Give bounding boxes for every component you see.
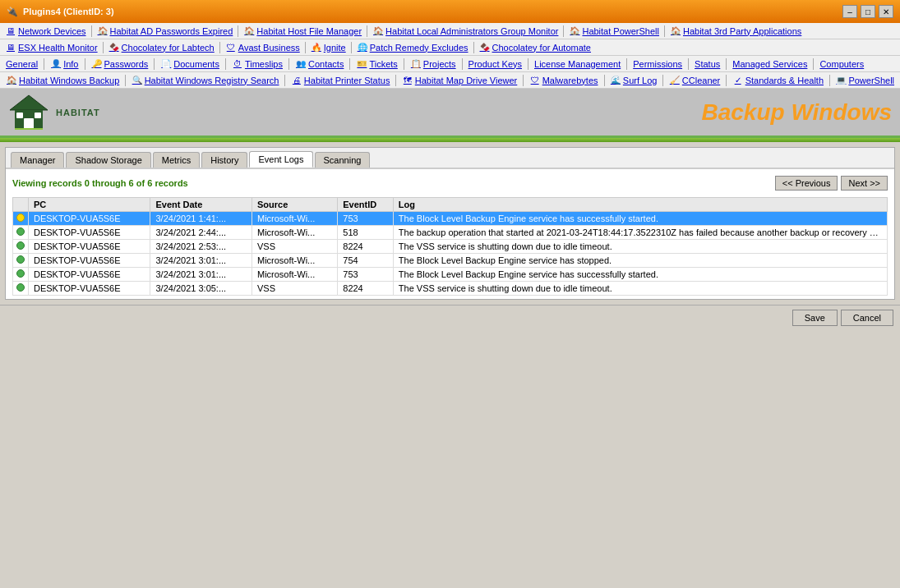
tab-history[interactable]: History (201, 152, 247, 168)
event-id-cell: 8224 (338, 282, 394, 296)
table-row[interactable]: DESKTOP-VUA5S6E 3/24/2021 2:53:... VSS 8… (13, 240, 888, 254)
projects-icon: 📋 (410, 58, 422, 70)
col-event-date: Event Date (150, 198, 252, 212)
col-source: Source (252, 198, 337, 212)
source-cell: Microsoft-Wi... (252, 226, 337, 240)
toolbar-avast[interactable]: 🛡 Avast Business (222, 41, 303, 54)
col-pc: PC (29, 198, 150, 212)
next-button[interactable]: Next >> (841, 176, 888, 191)
nav-general[interactable]: General (2, 58, 42, 70)
ccleaner-icon: 🧹 (669, 75, 681, 86)
monitor-icon: 🖥 (5, 25, 16, 37)
nav-malwarebytes[interactable]: 🛡 Malwarebytes (525, 74, 602, 87)
event-date-cell: 3/24/2021 3:05:... (150, 282, 252, 296)
minimize-button[interactable]: – (842, 5, 857, 18)
tab-manager[interactable]: Manager (11, 152, 64, 168)
toolbar-chocolatey-labtech[interactable]: 🍫 Chocolatey for Labtech (105, 41, 218, 54)
contacts-icon: 👥 (295, 58, 307, 70)
nav-habitat-registry[interactable]: 🔍 Habitat Windows Registry Search (127, 74, 284, 87)
toolbar-habitat-3rdparty[interactable]: 🏠 Habitat 3rd Party Applications (667, 25, 805, 38)
timeslips-icon: ⏱ (232, 58, 243, 70)
toolbar-habitat-powershell[interactable]: 🏠 Habitat PowerShell (565, 25, 662, 38)
pc-cell: DESKTOP-VUA5S6E (29, 282, 150, 296)
pc-cell: DESKTOP-VUA5S6E (29, 254, 150, 268)
nav-habitat-printer[interactable]: 🖨 Habitat Printer Status (287, 74, 395, 87)
standards-icon: ✓ (732, 75, 744, 86)
nav-permissions[interactable]: Permissions (629, 58, 686, 70)
svg-rect-5 (15, 128, 43, 130)
maximize-button[interactable]: □ (861, 5, 875, 18)
status-cell (13, 254, 29, 268)
toolbar-habitat-ad-passwords[interactable]: 🏠 Habitat AD Passwords Expired (94, 25, 237, 38)
tab-event-logs[interactable]: Event Logs (249, 151, 312, 168)
pc-cell: DESKTOP-VUA5S6E (29, 226, 150, 240)
event-logs-table: PC Event Date Source EventID Log DESKTOP… (12, 197, 888, 296)
toolbar-row-1: 🖥 Network Devices 🏠 Habitat AD Passwords… (0, 23, 900, 39)
nav-habitat-windows-backup[interactable]: 🏠 Habitat Windows Backup (2, 74, 123, 87)
toolbar-habitat-host-file[interactable]: 🏠 Habitat Host File Manager (240, 25, 365, 38)
toolbar-esx-health[interactable]: 🖥 ESX Health Monitor (2, 41, 101, 54)
log-cell: The backup operation that started at 202… (393, 226, 887, 240)
event-date-cell: 3/24/2021 2:53:... (150, 240, 252, 254)
log-cell: The Block Level Backup Engine service ha… (393, 268, 887, 282)
nav-row-4: 🏠 Habitat Windows Backup 🔍 Habitat Windo… (0, 72, 900, 89)
status-cell (13, 268, 29, 282)
table-row[interactable]: DESKTOP-VUA5S6E 3/24/2021 2:44:... Micro… (13, 226, 888, 240)
win-backup-icon: 🏠 (6, 75, 17, 86)
toolbar-ignite[interactable]: 🔥 Ignite (307, 41, 349, 54)
nav-surf-log[interactable]: 🌊 Surf Log (606, 74, 662, 87)
password-icon: 🔑 (91, 58, 103, 70)
toolbar-row-2: 🖥 ESX Health Monitor 🍫 Chocolatey for La… (0, 39, 900, 56)
pc-cell: DESKTOP-VUA5S6E (29, 212, 150, 226)
save-button[interactable]: Save (792, 310, 838, 326)
record-count-text: Viewing records 0 through 6 of 6 records (12, 178, 188, 188)
home-icon-3: 🏠 (372, 25, 384, 37)
toolbar-network-devices[interactable]: 🖥 Network Devices (2, 25, 90, 38)
nav-tickets[interactable]: 🎫 Tickets (352, 57, 401, 71)
svg-rect-4 (35, 113, 41, 118)
cancel-button[interactable]: Cancel (841, 310, 893, 326)
nav-habitat-map-drive[interactable]: 🗺 Habitat Map Drive Viewer (398, 74, 522, 87)
nav-info[interactable]: 👤 Info (46, 57, 82, 71)
nav-standards-health[interactable]: ✓ Standards & Health (728, 74, 828, 87)
nav-projects[interactable]: 📋 Projects (406, 57, 460, 71)
nav-contacts[interactable]: 👥 Contacts (291, 57, 348, 71)
avast-icon: 🛡 (225, 42, 237, 53)
table-row[interactable]: DESKTOP-VUA5S6E 3/24/2021 3:01:... Micro… (13, 254, 888, 268)
esx-icon: 🖥 (5, 42, 16, 53)
table-row[interactable]: DESKTOP-VUA5S6E 3/24/2021 3:01:... Micro… (13, 268, 888, 282)
toolbar-chocolatey-automate[interactable]: 🍫 Chocolatey for Automate (476, 41, 594, 54)
tab-scanning[interactable]: Scanning (315, 152, 371, 168)
tab-metrics[interactable]: Metrics (153, 152, 200, 168)
toolbar-habitat-local-admin[interactable]: 🏠 Habitat Local Administrators Group Mon… (369, 25, 561, 38)
nav-license-mgmt[interactable]: License Management (530, 58, 625, 70)
home-icon-4: 🏠 (569, 25, 580, 37)
ps-icon: 💻 (835, 75, 847, 86)
nav-status[interactable]: Status (690, 58, 724, 70)
table-row[interactable]: DESKTOP-VUA5S6E 3/24/2021 3:05:... VSS 8… (13, 282, 888, 296)
toolbar-patch-remedy[interactable]: 🌐 Patch Remedy Excludes (353, 41, 472, 54)
nav-product-keys[interactable]: Product Keys (464, 58, 526, 70)
nav-ccleaner[interactable]: 🧹 CCleaner (665, 74, 724, 87)
nav-passwords[interactable]: 🔑 Passwords (87, 57, 153, 71)
svg-marker-0 (10, 95, 48, 110)
nav-timeslips[interactable]: ⏱ Timeslips (228, 57, 287, 71)
home-icon-1: 🏠 (97, 25, 108, 37)
nav-documents[interactable]: 📄 Documents (156, 57, 224, 71)
source-cell: Microsoft-Wi... (252, 212, 337, 226)
prev-button[interactable]: << Previous (775, 176, 838, 191)
source-cell: Microsoft-Wi... (252, 268, 337, 282)
status-dot (16, 283, 25, 292)
event-id-cell: 754 (338, 254, 394, 268)
table-row[interactable]: DESKTOP-VUA5S6E 3/24/2021 1:41:... Micro… (13, 212, 888, 226)
title-bar-text: Plugins4 (ClientID: 3) (23, 7, 114, 16)
event-date-cell: 3/24/2021 2:44:... (150, 226, 252, 240)
status-cell (13, 240, 29, 254)
close-button[interactable]: ✕ (879, 5, 893, 18)
tab-shadow-storage[interactable]: Shadow Storage (66, 152, 150, 168)
nav-managed-services[interactable]: Managed Services (728, 58, 811, 70)
nav-powershell[interactable]: 💻 PowerShell (831, 74, 898, 87)
nav-computers[interactable]: Computers (815, 58, 868, 70)
log-cell: The Block Level Backup Engine service ha… (393, 254, 887, 268)
source-cell: Microsoft-Wi... (252, 254, 337, 268)
